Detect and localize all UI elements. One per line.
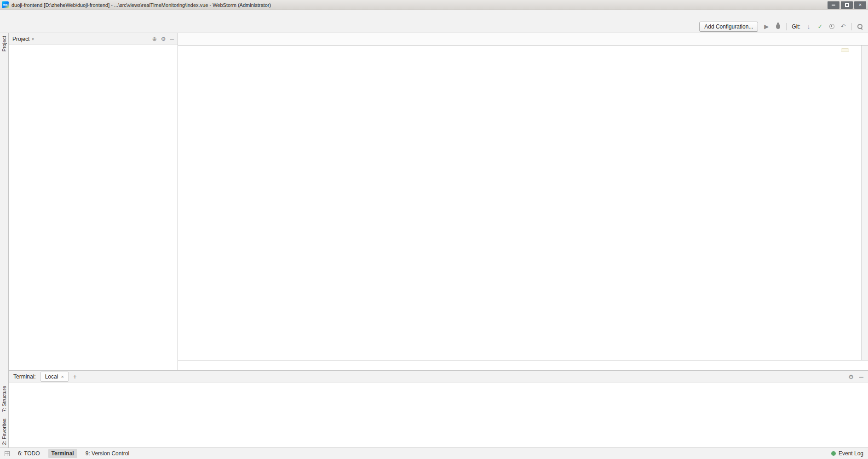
project-panel-title[interactable]: Project <box>12 36 29 42</box>
settings-gear-icon[interactable]: ⚙ <box>848 373 854 380</box>
project-panel: Project ▾ ⊕ ⚙ ─ <box>9 33 178 370</box>
toolwindow-project-tab[interactable]: Project <box>1 36 7 52</box>
close-button[interactable]: × <box>854 1 866 9</box>
project-tree <box>9 45 178 370</box>
editor-breadcrumbs <box>178 360 868 370</box>
hide-panel-icon[interactable]: ─ <box>170 36 174 42</box>
git-commit-icon[interactable]: ✓ <box>817 23 823 30</box>
terminal-title: Terminal: <box>13 373 36 380</box>
webstorm-window: WS duoji-frontend [D:\zheheWeb\duoji-fro… <box>0 0 868 459</box>
toolwindow-favorites-tab[interactable]: 2: Favorites <box>1 419 7 445</box>
maximize-icon <box>845 3 849 7</box>
bug-icon <box>776 24 780 29</box>
toolbar-divider <box>851 23 852 30</box>
terminal-header-icons: ⚙ ─ <box>848 373 863 380</box>
menu-bar <box>0 10 868 20</box>
history-icon[interactable] <box>828 23 835 30</box>
minimize-icon <box>832 5 835 6</box>
status-bar: 6: TODO Terminal 9: Version Control Even… <box>0 448 868 459</box>
statusbar-todo[interactable]: 6: TODO <box>18 450 40 457</box>
rollback-icon[interactable]: ↶ <box>840 23 846 30</box>
window-controls: × <box>828 1 866 9</box>
maximize-button[interactable] <box>841 1 853 9</box>
window-title: duoji-frontend [D:\zheheWeb\duoji-fronte… <box>11 2 271 8</box>
workspace: Project 7: Structure 2: Favorites Projec… <box>0 33 868 448</box>
minimize-panel-icon[interactable]: ─ <box>859 373 863 380</box>
event-log-icon <box>831 451 836 456</box>
project-panel-header: Project ▾ ⊕ ⚙ ─ <box>9 33 178 45</box>
clock-icon <box>829 24 834 29</box>
toolbar-right: Add Configuration... ▶ Git: ↓ ✓ ↶ <box>699 22 863 32</box>
terminal-output[interactable] <box>9 383 868 448</box>
terminal-panel: Terminal: Local × + ⚙ ─ <box>9 370 868 448</box>
statusbar-right: Event Log <box>831 450 863 457</box>
add-configuration-button[interactable]: Add Configuration... <box>699 22 758 32</box>
statusbar-event-log[interactable]: Event Log <box>839 450 863 457</box>
toolwindow-switcher-icon[interactable] <box>5 451 10 456</box>
toolwindow-structure-tab[interactable]: 7: Structure <box>1 386 7 412</box>
navigation-bar: Add Configuration... ▶ Git: ↓ ✓ ↶ <box>0 20 868 33</box>
toolwindow-strip-left: Project 7: Structure 2: Favorites <box>0 33 9 448</box>
chevron-down-icon[interactable]: ▾ <box>32 37 34 41</box>
center-column: Project ▾ ⊕ ⚙ ─ <box>9 33 868 448</box>
browser-launcher-bar <box>841 48 849 52</box>
tab-close-icon[interactable]: × <box>61 374 63 379</box>
git-update-icon[interactable]: ↓ <box>805 23 812 30</box>
git-label: Git: <box>792 23 800 30</box>
settings-gear-icon[interactable]: ⚙ <box>161 36 166 42</box>
editor-area <box>178 33 868 370</box>
debug-icon[interactable] <box>775 23 781 30</box>
editor-tab-bar <box>178 33 868 46</box>
webstorm-logo-icon: WS <box>2 1 9 8</box>
terminal-tab-local[interactable]: Local × <box>40 372 69 382</box>
statusbar-version-control[interactable]: 9: Version Control <box>86 450 129 457</box>
title-bar: WS duoji-frontend [D:\zheheWeb\duoji-fro… <box>0 0 868 10</box>
code-editor[interactable] <box>178 46 861 360</box>
search-everywhere-icon[interactable] <box>857 23 863 30</box>
toolbar-divider <box>786 23 787 30</box>
toolwindow-strip-bottom: 7: Structure 2: Favorites <box>1 386 7 445</box>
magnifier-icon <box>857 24 863 29</box>
terminal-tab-label: Local <box>45 373 58 380</box>
error-stripe-scrollbar[interactable] <box>861 46 868 360</box>
new-terminal-icon[interactable]: + <box>73 373 77 380</box>
terminal-header: Terminal: Local × + ⚙ ─ <box>9 371 868 383</box>
run-icon[interactable]: ▶ <box>763 23 770 30</box>
minimize-button[interactable] <box>828 1 839 9</box>
locate-icon[interactable]: ⊕ <box>152 36 157 42</box>
statusbar-terminal[interactable]: Terminal <box>48 449 77 458</box>
code-row <box>178 46 868 360</box>
main-area: Project ▾ ⊕ ⚙ ─ <box>9 33 868 370</box>
project-header-icons: ⊕ ⚙ ─ <box>152 36 174 42</box>
